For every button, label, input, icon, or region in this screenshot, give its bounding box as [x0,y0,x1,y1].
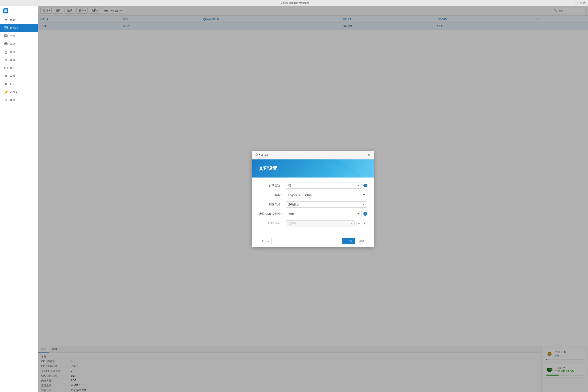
usb-add-button[interactable]: + [362,221,367,226]
sidebar-label-storage: 存储 [10,42,15,46]
sidebar-item-log[interactable]: ≡ 日志 [0,80,38,88]
vm-icon [4,26,8,30]
info-icon-autostart[interactable]: i [363,184,367,188]
svg-rect-7 [5,29,7,29]
form-select-keyboard[interactable]: 系统默认 [286,202,367,208]
sidebar-label-settings: 设置 [10,74,15,78]
form-select-autostart[interactable]: 否是 [286,182,362,189]
sidebar: ⊞ 概述 虚拟机 [0,6,38,392]
sidebar-item-vm[interactable]: 虚拟机 [0,24,38,32]
form-label-usb_device: USB 设备： [259,222,286,225]
info-icon-usb_controller[interactable]: i [363,212,367,216]
svg-rect-1 [6,10,7,11]
form-row-autostart: 自动启动：否是i [259,182,367,189]
svg-rect-3 [6,11,7,12]
import-vm-modal: 导入虚拟机 ✕ 其它设置 自动启动：否是iBIOS：Legacy BIOS (推… [252,151,374,247]
sidebar-item-host[interactable]: 主机 [0,32,38,40]
sidebar-item-image[interactable]: ⊙ 映像 [0,56,38,64]
sidebar-label-host: 主机 [10,34,15,38]
sidebar-label-feedback: 反馈 [10,98,15,102]
sidebar-item-network[interactable]: 🏠 网络 [0,48,38,56]
sidebar-label-log: 日志 [10,82,15,86]
modal-close-button[interactable]: ✕ [368,153,371,157]
form-select-usb_device[interactable]: 已卸载 [286,220,355,226]
back-button[interactable]: 上一步 [259,238,272,244]
settings-icon: ⚙ [4,74,8,78]
sidebar-item-overview[interactable]: ⊞ 概述 [0,16,38,24]
app-title: Virtual Machine Manager [15,2,575,4]
sidebar-item-protection[interactable]: 保护 [0,64,38,72]
form-control-wrap-keyboard: 系统默认 [286,202,367,208]
sidebar-label-image: 映像 [10,58,15,62]
modal-footer: 上一步 下一步 取消 [252,235,374,247]
sidebar-item-settings[interactable]: ⚙ 设置 [0,72,38,80]
host-icon [4,34,8,38]
logo-icon [3,8,9,14]
sidebar-nav: ⊞ 概述 虚拟机 [0,16,38,392]
usb-remove-button[interactable]: − [356,221,361,226]
svg-rect-16 [6,67,7,68]
svg-rect-14 [5,67,6,68]
sidebar-label-license: 许可证 [10,90,18,94]
form-control-wrap-autostart: 否是i [286,182,367,189]
sidebar-item-storage[interactable]: 存储 [0,40,38,48]
modal-titlebar: 导入虚拟机 ✕ [252,151,374,160]
next-button[interactable]: 下一步 [342,238,355,244]
svg-rect-2 [5,11,6,12]
form-row-usb_controller: 虚拟 USB 控制器：禁用USB 2.0USB 3.0i [259,211,367,217]
form-label-usb_controller: 虚拟 USB 控制器： [259,212,286,216]
svg-rect-0 [5,10,6,11]
form-row-usb_device: USB 设备：已卸载−+ [259,220,367,226]
usb-buttons: −+ [356,221,367,226]
image-icon: ⊙ [4,58,8,62]
sidebar-label-overview: 概述 [10,18,15,22]
form-row-keyboard: 键盘布局：系统默认 [259,202,367,208]
sidebar-logo [0,6,38,16]
svg-rect-5 [5,27,7,28]
sidebar-item-license[interactable]: 🔑 许可证 [0,88,38,96]
sidebar-label-protection: 保护 [10,66,15,70]
form-row-bios: BIOS：Legacy BIOS (推荐)UEFI [259,192,367,198]
sidebar-label-vm: 虚拟机 [10,26,18,30]
form-control-wrap-usb_controller: 禁用USB 2.0USB 3.0i [286,211,367,217]
minimize-button[interactable]: ─ [575,2,577,4]
svg-rect-9 [5,35,7,36]
form-control-wrap-bios: Legacy BIOS (推荐)UEFI [286,192,367,198]
form-label-keyboard: 键盘布局： [259,202,286,206]
log-icon: ≡ [4,82,8,86]
feedback-icon: ✉ [4,98,8,102]
network-icon: 🏠 [4,50,8,54]
window-controls: ─ □ ✕ [575,2,586,4]
form-label-bios: BIOS： [259,193,286,197]
title-bar: Virtual Machine Manager ─ □ ✕ [0,0,588,6]
form-label-autostart: 自动启动： [259,184,286,188]
modal-header-title: 其它设置 [259,165,367,172]
storage-icon [4,42,8,46]
close-button[interactable]: ✕ [583,2,586,4]
form-select-bios[interactable]: Legacy BIOS (推荐)UEFI [286,192,367,198]
sidebar-item-feedback[interactable]: ✉ 反馈 [0,96,38,104]
modal-title: 导入虚拟机 [255,153,269,157]
svg-rect-15 [5,68,7,68]
svg-rect-10 [5,37,7,37]
main-content: 新增 ▾ 编辑 连接 操作 ▾ 关机 ▾ High Availability ▾ [38,6,588,392]
license-icon: 🔑 [4,90,8,94]
protection-icon [4,66,8,70]
restore-button[interactable]: □ [579,2,582,4]
sidebar-label-network: 网络 [10,50,15,54]
overview-icon: ⊞ [4,18,8,22]
form-control-wrap-usb_device: 已卸载−+ [286,220,367,226]
svg-rect-6 [5,29,7,30]
form-select-usb_controller[interactable]: 禁用USB 2.0USB 3.0 [286,211,362,217]
cancel-button[interactable]: 取消 [357,238,367,244]
modal-overlay: 导入虚拟机 ✕ 其它设置 自动启动：否是iBIOS：Legacy BIOS (推… [38,6,588,392]
modal-header: 其它设置 [252,160,374,178]
modal-body: 自动启动：否是iBIOS：Legacy BIOS (推荐)UEFI键盘布局：系统… [252,178,374,235]
